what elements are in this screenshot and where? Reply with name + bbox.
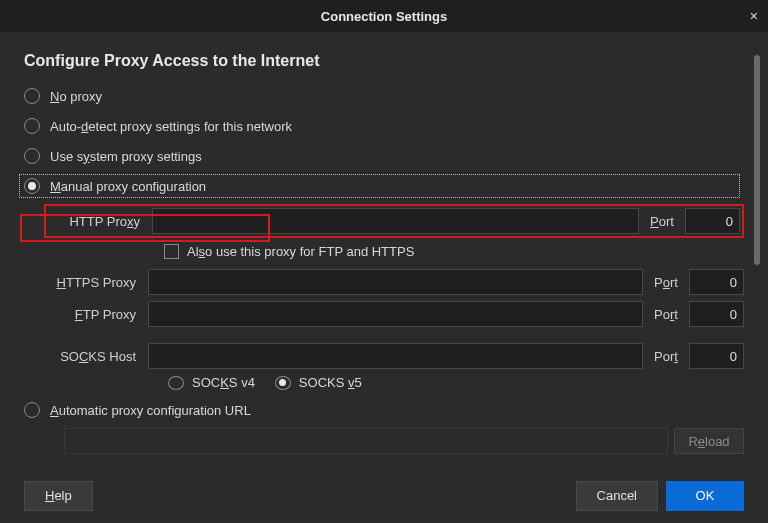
socks-v5-label[interactable]: SOCKS v5: [299, 375, 362, 390]
http-proxy-row: HTTP Proxy Port: [44, 204, 744, 238]
titlebar: Connection Settings ×: [0, 0, 768, 32]
radio-icon: [24, 118, 40, 134]
option-manual-proxy[interactable]: Manual proxy configuration: [19, 174, 740, 198]
https-port-label: Port: [647, 275, 685, 290]
https-proxy-input[interactable]: [148, 269, 643, 295]
cancel-button[interactable]: Cancel: [576, 481, 658, 511]
ok-button[interactable]: OK: [666, 481, 744, 511]
option-automatic-pac[interactable]: Automatic proxy configuration URL: [24, 398, 744, 422]
radio-icon[interactable]: [275, 376, 291, 390]
option-label: Automatic proxy configuration URL: [50, 403, 251, 418]
http-port-label: Port: [643, 214, 681, 229]
option-use-system[interactable]: Use system proxy settings: [24, 144, 744, 168]
socks-host-label: SOCKS Host: [44, 349, 144, 364]
https-port-input[interactable]: [689, 269, 744, 295]
radio-icon: [24, 148, 40, 164]
also-use-proxy-row[interactable]: Also use this proxy for FTP and HTTPS: [164, 244, 744, 259]
https-proxy-row: HTTPS Proxy Port: [44, 269, 744, 295]
http-port-input[interactable]: [685, 208, 740, 234]
option-label: Auto-detect proxy settings for this netw…: [50, 119, 292, 134]
pac-url-input: [64, 428, 668, 454]
https-proxy-label: HTTPS Proxy: [44, 275, 144, 290]
window-title: Connection Settings: [321, 9, 447, 24]
ftp-proxy-input[interactable]: [148, 301, 643, 327]
socks-version-row: SOCKS v4 SOCKS v5: [168, 375, 744, 390]
socks-host-row: SOCKS Host Port: [44, 343, 744, 369]
page-heading: Configure Proxy Access to the Internet: [24, 52, 744, 70]
radio-icon: [24, 402, 40, 418]
close-icon[interactable]: ×: [750, 8, 758, 24]
checkbox-icon: [164, 244, 179, 259]
radio-icon[interactable]: [168, 376, 184, 390]
ftp-port-label: Port: [647, 307, 685, 322]
socks-v4-label[interactable]: SOCKS v4: [192, 375, 255, 390]
radio-icon: [24, 178, 40, 194]
help-button[interactable]: Help: [24, 481, 93, 511]
option-label: Use system proxy settings: [50, 149, 202, 164]
dialog-footer: Help Cancel OK: [0, 468, 768, 523]
socks-port-input[interactable]: [689, 343, 744, 369]
http-proxy-label: HTTP Proxy: [48, 214, 148, 229]
option-auto-detect[interactable]: Auto-detect proxy settings for this netw…: [24, 114, 744, 138]
scrollbar[interactable]: [754, 55, 760, 265]
radio-icon: [24, 88, 40, 104]
option-label: Manual proxy configuration: [50, 179, 206, 194]
reload-button: Reload: [674, 428, 744, 454]
dialog-content: Configure Proxy Access to the Internet N…: [0, 32, 768, 468]
ftp-port-input[interactable]: [689, 301, 744, 327]
option-no-proxy[interactable]: No proxy: [24, 84, 744, 108]
option-label: No proxy: [50, 89, 102, 104]
ftp-proxy-row: FTP Proxy Port: [44, 301, 744, 327]
http-proxy-input[interactable]: [152, 208, 639, 234]
manual-proxy-section: HTTP Proxy Port Also use this proxy for …: [44, 204, 744, 390]
socks-host-input[interactable]: [148, 343, 643, 369]
checkbox-label: Also use this proxy for FTP and HTTPS: [187, 244, 414, 259]
ftp-proxy-label: FTP Proxy: [44, 307, 144, 322]
pac-url-row: Reload: [64, 428, 744, 454]
socks-port-label: Port: [647, 349, 685, 364]
